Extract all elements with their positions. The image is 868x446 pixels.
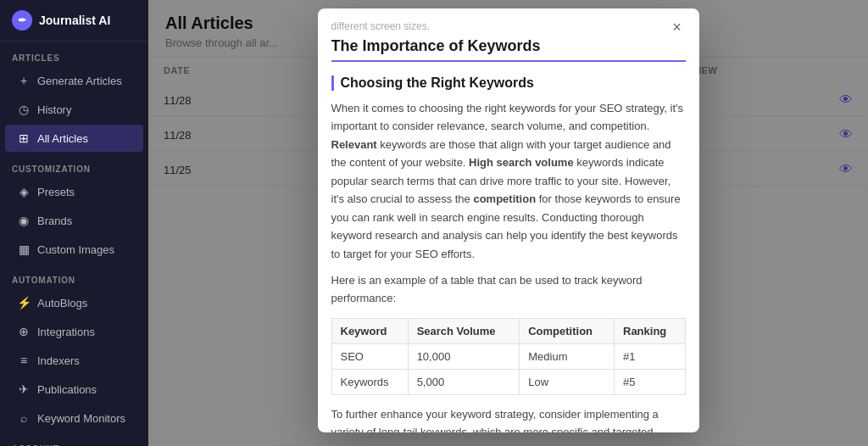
sidebar-item-label: Indexers xyxy=(37,354,80,367)
autoblogs-icon: ⚡ xyxy=(17,296,31,309)
modal-preview-label: different screen sizes. xyxy=(331,20,686,32)
kw-table-row: SEO 10,000 Medium #1 xyxy=(331,343,685,369)
modal-overlay[interactable]: different screen sizes. × Choosing the R… xyxy=(148,0,868,446)
modal-paragraph-1: When it comes to choosing the right keyw… xyxy=(331,99,686,263)
article-preview-modal: different screen sizes. × Choosing the R… xyxy=(318,8,699,432)
sidebar-item-label: Custom Images xyxy=(37,243,114,256)
kw-col-volume: Search Volume xyxy=(408,318,520,343)
modal-paragraph-2: Here is an example of a table that can b… xyxy=(331,271,686,308)
sidebar-item-label: History xyxy=(37,103,71,116)
sidebar-item-label: AutoBlogs xyxy=(37,297,87,309)
sidebar-item-label: Integrations xyxy=(37,326,95,338)
sidebar-item-all-articles[interactable]: ⊞ All Articles xyxy=(5,125,143,152)
clock-icon: ◷ xyxy=(17,103,31,116)
custom-images-icon: ▦ xyxy=(17,243,31,256)
sidebar-item-autoblogs[interactable]: ⚡ AutoBlogs xyxy=(5,289,143,316)
publications-icon: ✈ xyxy=(17,382,31,396)
keyword-table: Keyword Search Volume Competition Rankin… xyxy=(331,318,686,395)
integrations-icon: ⊕ xyxy=(17,325,31,338)
modal-section-title: Choosing the Right Keywords xyxy=(331,75,686,91)
sidebar-item-keyword-monitors[interactable]: ⌕ Keyword Monitors xyxy=(5,404,143,432)
kw-col-competition: Competition xyxy=(520,318,615,343)
section-label-account: ACCOUNT xyxy=(0,432,148,446)
indexers-icon: ≡ xyxy=(17,354,31,367)
sidebar-item-label: Brands xyxy=(37,215,72,227)
kw-competition: Low xyxy=(520,369,615,394)
sidebar-item-custom-images[interactable]: ▦ Custom Images xyxy=(5,236,143,263)
modal-scroll-area[interactable]: Choosing the Right Keywords When it come… xyxy=(318,62,699,432)
brands-icon: ◉ xyxy=(17,214,31,227)
kw-col-keyword: Keyword xyxy=(331,318,408,343)
kw-volume: 10,000 xyxy=(408,343,520,369)
section-label-automation: AUTOMATION xyxy=(0,264,148,288)
sidebar-item-indexers[interactable]: ≡ Indexers xyxy=(5,347,143,374)
modal-header: different screen sizes. × xyxy=(318,8,699,62)
sidebar-item-label: Keyword Monitors xyxy=(37,412,125,425)
logo-icon: ✒ xyxy=(12,10,32,31)
grid-icon: ⊞ xyxy=(17,131,31,145)
sidebar-item-generate[interactable]: + Generate Articles xyxy=(5,67,143,94)
keyword-monitors-icon: ⌕ xyxy=(17,411,31,425)
kw-ranking: #5 xyxy=(615,369,686,394)
modal-paragraph-3: To further enhance your keyword strategy… xyxy=(331,405,686,432)
sidebar-item-label: Presets xyxy=(37,186,75,198)
presets-icon: ◈ xyxy=(17,185,31,198)
kw-volume: 5,000 xyxy=(408,369,520,394)
modal-title-input[interactable] xyxy=(331,37,686,62)
kw-table-row: Keywords 5,000 Low #5 xyxy=(331,369,685,394)
section-label-customization: CUSTOMIZATION xyxy=(0,153,148,177)
kw-competition: Medium xyxy=(520,343,615,369)
sidebar-item-history[interactable]: ◷ History xyxy=(5,96,143,123)
sidebar-item-integrations[interactable]: ⊕ Integrations xyxy=(5,318,143,345)
sidebar-item-label: Publications xyxy=(37,383,97,396)
modal-close-button[interactable]: × xyxy=(667,17,687,37)
main-content: All Articles Browse through all ar... DA… xyxy=(148,0,868,446)
kw-keyword: Keywords xyxy=(331,369,408,394)
kw-col-ranking: Ranking xyxy=(615,318,686,343)
kw-keyword: SEO xyxy=(331,343,408,369)
sidebar: ✒ Journalist AI ARTICLES + Generate Arti… xyxy=(0,0,148,446)
sidebar-logo: ✒ Journalist AI xyxy=(0,0,148,42)
sidebar-item-publications[interactable]: ✈ Publications xyxy=(5,376,143,403)
sidebar-item-presets[interactable]: ◈ Presets xyxy=(5,178,143,205)
sidebar-item-label: Generate Articles xyxy=(37,75,122,87)
sidebar-item-label: All Articles xyxy=(37,132,88,145)
sidebar-item-brands[interactable]: ◉ Brands xyxy=(5,207,143,234)
logo-label: Journalist AI xyxy=(39,14,110,27)
kw-ranking: #1 xyxy=(615,343,686,369)
plus-icon: + xyxy=(17,74,31,87)
section-label-articles: ARTICLES xyxy=(0,42,148,66)
